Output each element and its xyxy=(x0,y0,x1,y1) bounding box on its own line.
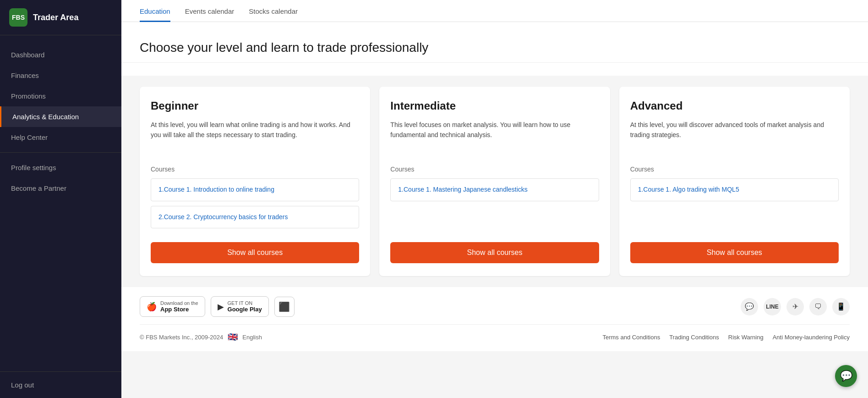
sidebar-logo: FBS Trader Area xyxy=(0,0,121,35)
beginner-card: Beginner At this level, you will learn w… xyxy=(140,87,370,276)
beginner-course-2-link[interactable]: 2.Course 2. Cryptocurrency basics for tr… xyxy=(158,213,288,221)
footer-link-risk[interactable]: Risk Warning xyxy=(728,334,764,341)
nav-divider xyxy=(0,152,121,153)
intermediate-show-all-button[interactable]: Show all courses xyxy=(390,242,599,263)
sidebar-nav: Dashboard Finances Promotions Analytics … xyxy=(0,35,121,371)
whatsapp-icon[interactable]: 📱 xyxy=(832,298,850,315)
advanced-course-1-link[interactable]: 1.Course 1. Algo trading with MQL5 xyxy=(638,186,739,193)
sidebar-item-profile[interactable]: Profile settings xyxy=(0,157,121,178)
logout-button[interactable]: Log out xyxy=(11,381,110,389)
intermediate-card: Intermediate This level focuses on marke… xyxy=(379,87,610,276)
tab-stocks[interactable]: Stocks calendar xyxy=(249,7,298,22)
floating-chat-icon: 💬 xyxy=(840,370,852,382)
tab-events[interactable]: Events calendar xyxy=(185,7,235,22)
beginner-course-2[interactable]: 2.Course 2. Cryptocurrency basics for tr… xyxy=(151,206,359,229)
app-store-label: App Store xyxy=(160,306,198,313)
intermediate-course-1[interactable]: 1.Course 1. Mastering Japanese candlesti… xyxy=(390,178,599,201)
line-icon[interactable]: LINE xyxy=(764,298,781,315)
copyright: © FBS Markets Inc., 2009-2024 xyxy=(140,334,223,341)
intermediate-desc: This level focuses on market analysis. Y… xyxy=(390,120,599,156)
language-label[interactable]: English xyxy=(242,334,262,341)
footer-link-aml[interactable]: Anti Money-laundering Policy xyxy=(773,334,850,341)
footer-bottom: © FBS Markets Inc., 2009-2024 🇬🇧 English… xyxy=(140,324,850,342)
advanced-desc: At this level, you will discover advance… xyxy=(630,120,839,156)
google-play-pre-label: GET IT ON xyxy=(228,300,262,306)
tab-education[interactable]: Education xyxy=(140,7,170,22)
sidebar-item-promotions[interactable]: Promotions xyxy=(0,86,121,106)
footer-link-trading[interactable]: Trading Conditions xyxy=(669,334,719,341)
footer-links: Terms and Conditions Trading Conditions … xyxy=(602,334,850,341)
apple-icon: 🍎 xyxy=(147,302,157,312)
intermediate-courses-label: Courses xyxy=(390,166,599,173)
google-play-badge[interactable]: ▶ GET IT ON Google Play xyxy=(211,296,269,317)
app-name: Trader Area xyxy=(33,13,78,22)
google-play-text: GET IT ON Google Play xyxy=(228,300,262,313)
intermediate-course-1-link[interactable]: 1.Course 1. Mastering Japanese candlesti… xyxy=(398,186,527,193)
app-store-pre-label: Download on the xyxy=(160,300,198,306)
page-title: Choose your level and learn to trade pro… xyxy=(121,33,868,63)
beginner-course-1-link[interactable]: 1.Course 1. Introduction to online tradi… xyxy=(158,186,274,193)
advanced-card: Advanced At this level, you will discove… xyxy=(619,87,850,276)
tabs-bar: Education Events calendar Stocks calenda… xyxy=(121,0,868,22)
chat-icon[interactable]: 🗨 xyxy=(809,298,827,315)
advanced-title: Advanced xyxy=(630,100,839,112)
app-store-text: Download on the App Store xyxy=(160,300,198,313)
footer-apps: 🍎 Download on the App Store ▶ GET IT ON … xyxy=(140,296,295,317)
footer-top: 🍎 Download on the App Store ▶ GET IT ON … xyxy=(140,296,850,324)
sidebar-item-finances[interactable]: Finances xyxy=(0,65,121,86)
sidebar-item-analytics[interactable]: Analytics & Education xyxy=(0,106,121,127)
telegram-icon[interactable]: ✈ xyxy=(786,298,804,315)
flag-icon: 🇬🇧 xyxy=(228,332,238,342)
beginner-show-all-button[interactable]: Show all courses xyxy=(151,242,359,263)
sidebar-item-dashboard[interactable]: Dashboard xyxy=(0,44,121,65)
messenger-icon[interactable]: 💬 xyxy=(741,298,758,315)
top-section: Education Events calendar Stocks calenda… xyxy=(121,0,868,76)
qr-icon: ⬛ xyxy=(278,301,290,312)
social-icons: 💬 LINE ✈ 🗨 📱 xyxy=(741,298,850,315)
footer: 🍎 Download on the App Store ▶ GET IT ON … xyxy=(121,287,868,351)
cards-wrapper: Beginner At this level, you will learn w… xyxy=(121,76,868,287)
app-store-badge[interactable]: 🍎 Download on the App Store xyxy=(140,296,205,317)
footer-link-terms[interactable]: Terms and Conditions xyxy=(602,334,660,341)
fbs-logo: FBS xyxy=(9,8,27,27)
sidebar: FBS Trader Area Dashboard Finances Promo… xyxy=(0,0,121,398)
advanced-course-1[interactable]: 1.Course 1. Algo trading with MQL5 xyxy=(630,178,839,201)
advanced-show-all-button[interactable]: Show all courses xyxy=(630,242,839,263)
level-cards-grid: Beginner At this level, you will learn w… xyxy=(140,87,850,276)
footer-left: © FBS Markets Inc., 2009-2024 🇬🇧 English xyxy=(140,332,262,342)
beginner-courses-label: Courses xyxy=(151,166,359,173)
qr-code-button[interactable]: ⬛ xyxy=(274,297,295,317)
intermediate-title: Intermediate xyxy=(390,100,599,112)
sidebar-item-help[interactable]: Help Center xyxy=(0,127,121,148)
floating-chat-button[interactable]: 💬 xyxy=(835,365,857,387)
main-wrapper: Education Events calendar Stocks calenda… xyxy=(121,0,868,398)
beginner-course-1[interactable]: 1.Course 1. Introduction to online tradi… xyxy=(151,178,359,201)
google-play-label: Google Play xyxy=(228,306,262,313)
sidebar-bottom: Log out xyxy=(0,371,121,398)
beginner-desc: At this level, you will learn what onlin… xyxy=(151,120,359,156)
advanced-courses-label: Courses xyxy=(630,166,839,173)
sidebar-item-partner[interactable]: Become a Partner xyxy=(0,178,121,199)
beginner-title: Beginner xyxy=(151,100,359,112)
google-play-icon: ▶ xyxy=(218,302,224,312)
